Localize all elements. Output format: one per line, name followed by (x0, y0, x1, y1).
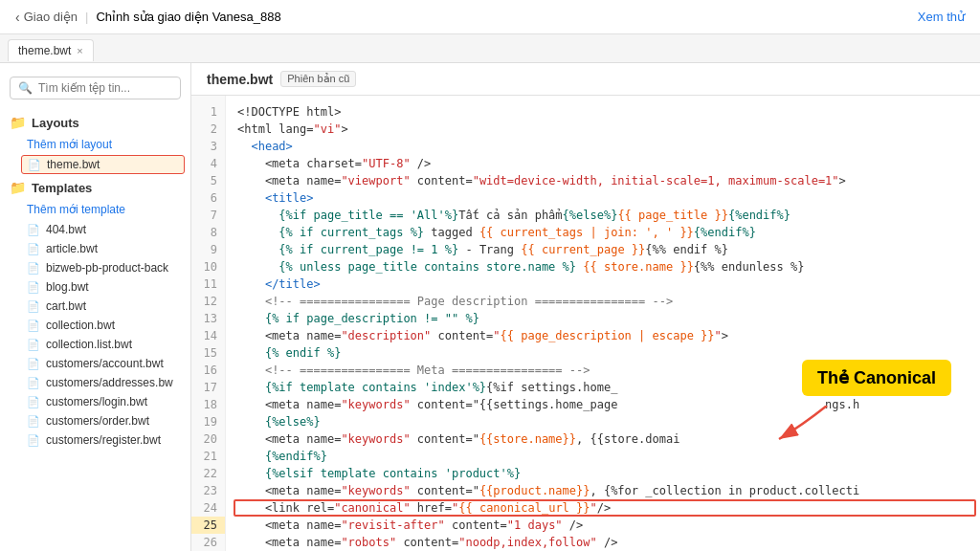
line-number: 7 (191, 207, 225, 224)
file-item-template[interactable]: 📄customers/login.bwt (0, 392, 190, 411)
file-label: customers/addresses.bw (46, 376, 173, 389)
file-label: customers/account.bwt (46, 357, 164, 370)
line-number: 8 (191, 224, 225, 241)
code-line: <meta name="keywords" content="{{store.n… (226, 430, 980, 448)
file-item-template[interactable]: 📄404.bwt (0, 220, 190, 239)
top-bar: ‹ Giao diện | Chỉnh sửa giao diện Vanesa… (0, 0, 980, 34)
add-layout-link[interactable]: Thêm mới layout (0, 136, 190, 155)
add-template-link[interactable]: Thêm mới template (0, 201, 190, 220)
file-icon: 📄 (27, 434, 40, 447)
file-label: article.bwt (46, 242, 98, 255)
file-icon: 📄 (27, 224, 40, 236)
line-number: 22 (191, 465, 225, 482)
close-tab-icon[interactable]: × (77, 45, 82, 56)
file-icon: 📄 (27, 300, 40, 313)
line-number: 10 (191, 258, 225, 276)
search-box[interactable]: 🔍 (10, 77, 181, 99)
line-number: 14 (191, 327, 225, 344)
line-number: 5 (191, 172, 225, 189)
file-item-template[interactable]: 📄collection.list.bwt (0, 335, 190, 354)
code-line: <meta name="robots" content="noodp,index… (226, 534, 980, 551)
search-input[interactable] (38, 81, 172, 95)
line-number: 1 (191, 103, 225, 121)
file-label: bizweb-pb-product-back (46, 261, 168, 275)
line-number: 15 (191, 344, 225, 362)
file-item-template[interactable]: 📄blog.bwt (0, 277, 190, 297)
back-label[interactable]: Giao diện (24, 10, 78, 24)
file-item-template[interactable]: 📄customers/addresses.bw (0, 373, 190, 392)
code-line: <meta name="viewport" content="widt=devi… (226, 172, 980, 189)
code-line: <meta name="description" content="{{ pag… (226, 327, 980, 344)
code-line: <link rel="canonical" href="{{ canonical… (226, 499, 980, 517)
annotation-box: Thẻ Canonical (802, 360, 951, 396)
file-icon: 📄 (27, 358, 40, 370)
code-line: <meta name="revisit-after" content="1 da… (226, 517, 980, 534)
file-icon: 📄 (27, 262, 40, 275)
file-item-template[interactable]: 📄customers/register.bwt (0, 430, 190, 450)
page-title: Chỉnh sửa giao diện Vanesa_888 (96, 10, 280, 24)
code-content: 1234567891011121314151617181920212223242… (191, 96, 980, 551)
file-item-template[interactable]: 📄collection.bwt (0, 316, 190, 335)
back-button[interactable]: ‹ Giao diện (15, 10, 78, 25)
file-item-template[interactable]: 📄bizweb-pb-product-back (0, 258, 190, 277)
line-number: 17 (191, 379, 225, 396)
version-badge[interactable]: Phiên bản cũ (280, 71, 356, 87)
line-number: 6 (191, 189, 225, 207)
line-number: 11 (191, 276, 225, 293)
code-line: <!DOCTYPE html> (226, 103, 980, 121)
line-number: 24 (191, 499, 225, 517)
code-line: <meta charset="UTF-8" /> (226, 155, 980, 172)
templates-section-header: 📁 Templates (0, 174, 190, 201)
line-number: 20 (191, 430, 225, 448)
line-number: 25 (191, 517, 225, 534)
preview-button[interactable]: Xem thử (918, 10, 965, 24)
file-item-theme-bwt[interactable]: 📄 theme.bwt (21, 155, 185, 174)
file-label: collection.bwt (46, 319, 115, 332)
file-item-template[interactable]: 📄cart.bwt (0, 297, 190, 316)
line-number: 13 (191, 310, 225, 327)
line-number: 19 (191, 413, 225, 430)
file-label: theme.bwt (47, 158, 100, 171)
code-line: <meta name="keywords" content="{{setting… (226, 396, 980, 413)
code-line: <title> (226, 189, 980, 207)
file-icon: 📄 (27, 243, 40, 255)
code-line: {%endif%} (226, 448, 980, 465)
code-area: theme.bwt Phiên bản cũ 12345678910111213… (191, 63, 980, 551)
code-filename: theme.bwt (207, 72, 273, 87)
file-icon: 📄 (27, 339, 40, 351)
template-files-list: 📄404.bwt📄article.bwt📄bizweb-pb-product-b… (0, 220, 190, 450)
main-layout: 🔍 📁 Layouts Thêm mới layout 📄 theme.bwt … (0, 63, 980, 551)
code-line: {% if current_tags %} tagged {{ current_… (226, 224, 980, 241)
line-number: 9 (191, 241, 225, 258)
code-line: <!-- ================ Page description =… (226, 293, 980, 310)
line-number: 18 (191, 396, 225, 413)
file-icon: 📄 (27, 396, 40, 408)
line-number: 2 (191, 121, 225, 138)
code-line: {% if page_description != "" %} (226, 310, 980, 327)
top-bar-left: ‹ Giao diện | Chỉnh sửa giao diện Vanesa… (15, 10, 281, 25)
file-item-template[interactable]: 📄customers/account.bwt (0, 354, 190, 373)
code-header: theme.bwt Phiên bản cũ (191, 63, 980, 96)
line-number: 21 (191, 448, 225, 465)
file-label: cart.bwt (46, 299, 86, 313)
code-line: {%if page_title == 'All'%}Tất cả sản phẩ… (226, 207, 980, 224)
sidebar: 🔍 📁 Layouts Thêm mới layout 📄 theme.bwt … (0, 63, 191, 551)
file-label: customers/order.bwt (46, 414, 149, 428)
search-icon: 🔍 (18, 81, 33, 95)
file-item-template[interactable]: 📄customers/order.bwt (0, 411, 190, 430)
layouts-label: Layouts (32, 116, 79, 130)
tab-label: theme.bwt (18, 44, 71, 57)
line-number: 12 (191, 293, 225, 310)
layouts-section-header: 📁 Layouts (0, 109, 190, 136)
line-number: 16 (191, 362, 225, 379)
separator: | (85, 10, 88, 24)
code-lines[interactable]: <!DOCTYPE html><html lang="vi"> <head> <… (226, 96, 980, 551)
tab-theme-bwt[interactable]: theme.bwt × (8, 39, 94, 61)
code-line: </title> (226, 276, 980, 293)
annotation-arrow (774, 406, 832, 444)
file-item-template[interactable]: 📄article.bwt (0, 239, 190, 258)
code-line: {%elsif template contains 'product'%} (226, 465, 980, 482)
tab-bar: theme.bwt × (0, 34, 980, 63)
folder-icon-templates: 📁 (10, 180, 26, 195)
file-icon: 📄 (27, 415, 40, 428)
